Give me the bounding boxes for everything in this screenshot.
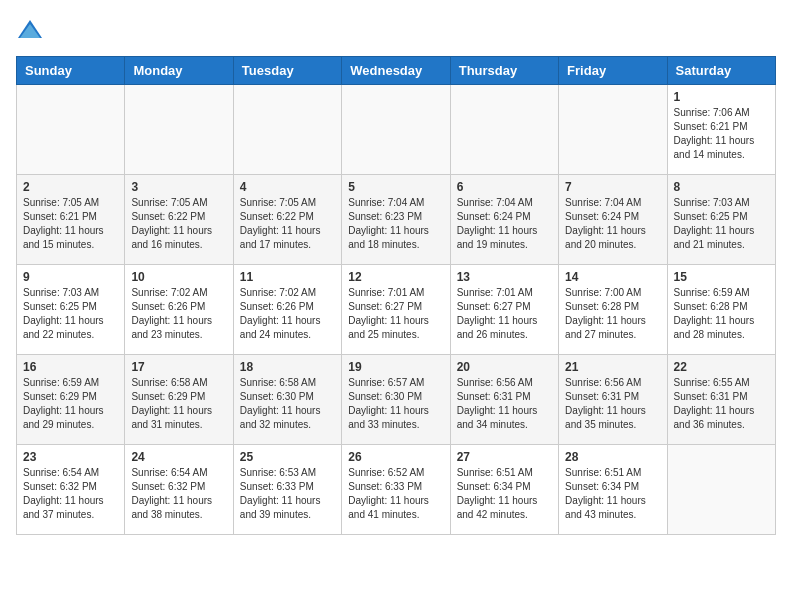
calendar-cell: 13Sunrise: 7:01 AM Sunset: 6:27 PM Dayli… xyxy=(450,265,558,355)
day-number: 3 xyxy=(131,180,226,194)
day-info: Sunrise: 7:01 AM Sunset: 6:27 PM Dayligh… xyxy=(348,286,443,342)
calendar-cell: 7Sunrise: 7:04 AM Sunset: 6:24 PM Daylig… xyxy=(559,175,667,265)
day-number: 19 xyxy=(348,360,443,374)
day-info: Sunrise: 6:54 AM Sunset: 6:32 PM Dayligh… xyxy=(23,466,118,522)
day-header-saturday: Saturday xyxy=(667,57,775,85)
calendar-cell xyxy=(125,85,233,175)
calendar-cell: 11Sunrise: 7:02 AM Sunset: 6:26 PM Dayli… xyxy=(233,265,341,355)
calendar-week-row: 1Sunrise: 7:06 AM Sunset: 6:21 PM Daylig… xyxy=(17,85,776,175)
calendar-cell: 6Sunrise: 7:04 AM Sunset: 6:24 PM Daylig… xyxy=(450,175,558,265)
day-info: Sunrise: 7:03 AM Sunset: 6:25 PM Dayligh… xyxy=(23,286,118,342)
logo-icon xyxy=(16,16,44,44)
day-info: Sunrise: 6:51 AM Sunset: 6:34 PM Dayligh… xyxy=(457,466,552,522)
day-number: 24 xyxy=(131,450,226,464)
day-info: Sunrise: 6:51 AM Sunset: 6:34 PM Dayligh… xyxy=(565,466,660,522)
calendar-cell: 10Sunrise: 7:02 AM Sunset: 6:26 PM Dayli… xyxy=(125,265,233,355)
calendar-table: SundayMondayTuesdayWednesdayThursdayFrid… xyxy=(16,56,776,535)
day-number: 4 xyxy=(240,180,335,194)
calendar-week-row: 16Sunrise: 6:59 AM Sunset: 6:29 PM Dayli… xyxy=(17,355,776,445)
calendar-week-row: 2Sunrise: 7:05 AM Sunset: 6:21 PM Daylig… xyxy=(17,175,776,265)
day-number: 9 xyxy=(23,270,118,284)
day-number: 8 xyxy=(674,180,769,194)
day-number: 2 xyxy=(23,180,118,194)
day-number: 20 xyxy=(457,360,552,374)
day-info: Sunrise: 6:53 AM Sunset: 6:33 PM Dayligh… xyxy=(240,466,335,522)
day-number: 26 xyxy=(348,450,443,464)
day-info: Sunrise: 6:55 AM Sunset: 6:31 PM Dayligh… xyxy=(674,376,769,432)
day-number: 27 xyxy=(457,450,552,464)
calendar-cell: 4Sunrise: 7:05 AM Sunset: 6:22 PM Daylig… xyxy=(233,175,341,265)
day-number: 16 xyxy=(23,360,118,374)
day-number: 23 xyxy=(23,450,118,464)
day-header-sunday: Sunday xyxy=(17,57,125,85)
day-info: Sunrise: 7:05 AM Sunset: 6:21 PM Dayligh… xyxy=(23,196,118,252)
day-info: Sunrise: 7:00 AM Sunset: 6:28 PM Dayligh… xyxy=(565,286,660,342)
day-number: 25 xyxy=(240,450,335,464)
day-info: Sunrise: 7:01 AM Sunset: 6:27 PM Dayligh… xyxy=(457,286,552,342)
day-number: 14 xyxy=(565,270,660,284)
day-info: Sunrise: 6:57 AM Sunset: 6:30 PM Dayligh… xyxy=(348,376,443,432)
day-number: 11 xyxy=(240,270,335,284)
calendar-cell: 3Sunrise: 7:05 AM Sunset: 6:22 PM Daylig… xyxy=(125,175,233,265)
day-number: 10 xyxy=(131,270,226,284)
calendar-cell: 16Sunrise: 6:59 AM Sunset: 6:29 PM Dayli… xyxy=(17,355,125,445)
day-info: Sunrise: 7:03 AM Sunset: 6:25 PM Dayligh… xyxy=(674,196,769,252)
calendar-cell xyxy=(17,85,125,175)
day-number: 17 xyxy=(131,360,226,374)
day-number: 13 xyxy=(457,270,552,284)
calendar-cell xyxy=(342,85,450,175)
calendar-week-row: 23Sunrise: 6:54 AM Sunset: 6:32 PM Dayli… xyxy=(17,445,776,535)
calendar-cell: 24Sunrise: 6:54 AM Sunset: 6:32 PM Dayli… xyxy=(125,445,233,535)
day-info: Sunrise: 6:59 AM Sunset: 6:28 PM Dayligh… xyxy=(674,286,769,342)
day-number: 18 xyxy=(240,360,335,374)
day-header-thursday: Thursday xyxy=(450,57,558,85)
calendar-cell xyxy=(667,445,775,535)
logo xyxy=(16,16,48,44)
day-info: Sunrise: 7:02 AM Sunset: 6:26 PM Dayligh… xyxy=(131,286,226,342)
day-info: Sunrise: 7:04 AM Sunset: 6:23 PM Dayligh… xyxy=(348,196,443,252)
day-header-monday: Monday xyxy=(125,57,233,85)
day-info: Sunrise: 6:58 AM Sunset: 6:30 PM Dayligh… xyxy=(240,376,335,432)
calendar-cell xyxy=(559,85,667,175)
day-info: Sunrise: 6:54 AM Sunset: 6:32 PM Dayligh… xyxy=(131,466,226,522)
day-info: Sunrise: 7:04 AM Sunset: 6:24 PM Dayligh… xyxy=(565,196,660,252)
day-info: Sunrise: 6:56 AM Sunset: 6:31 PM Dayligh… xyxy=(457,376,552,432)
day-info: Sunrise: 7:05 AM Sunset: 6:22 PM Dayligh… xyxy=(240,196,335,252)
day-info: Sunrise: 7:04 AM Sunset: 6:24 PM Dayligh… xyxy=(457,196,552,252)
calendar-cell: 17Sunrise: 6:58 AM Sunset: 6:29 PM Dayli… xyxy=(125,355,233,445)
calendar-cell: 9Sunrise: 7:03 AM Sunset: 6:25 PM Daylig… xyxy=(17,265,125,355)
calendar-cell: 23Sunrise: 6:54 AM Sunset: 6:32 PM Dayli… xyxy=(17,445,125,535)
day-info: Sunrise: 7:05 AM Sunset: 6:22 PM Dayligh… xyxy=(131,196,226,252)
day-info: Sunrise: 6:52 AM Sunset: 6:33 PM Dayligh… xyxy=(348,466,443,522)
calendar-cell: 22Sunrise: 6:55 AM Sunset: 6:31 PM Dayli… xyxy=(667,355,775,445)
day-info: Sunrise: 6:58 AM Sunset: 6:29 PM Dayligh… xyxy=(131,376,226,432)
day-number: 22 xyxy=(674,360,769,374)
day-info: Sunrise: 6:59 AM Sunset: 6:29 PM Dayligh… xyxy=(23,376,118,432)
calendar-header-row: SundayMondayTuesdayWednesdayThursdayFrid… xyxy=(17,57,776,85)
day-number: 7 xyxy=(565,180,660,194)
calendar-cell xyxy=(450,85,558,175)
calendar-cell: 26Sunrise: 6:52 AM Sunset: 6:33 PM Dayli… xyxy=(342,445,450,535)
day-header-friday: Friday xyxy=(559,57,667,85)
calendar-cell: 5Sunrise: 7:04 AM Sunset: 6:23 PM Daylig… xyxy=(342,175,450,265)
calendar-week-row: 9Sunrise: 7:03 AM Sunset: 6:25 PM Daylig… xyxy=(17,265,776,355)
calendar-cell: 8Sunrise: 7:03 AM Sunset: 6:25 PM Daylig… xyxy=(667,175,775,265)
page-header xyxy=(16,16,776,44)
calendar-cell xyxy=(233,85,341,175)
calendar-cell: 27Sunrise: 6:51 AM Sunset: 6:34 PM Dayli… xyxy=(450,445,558,535)
calendar-cell: 20Sunrise: 6:56 AM Sunset: 6:31 PM Dayli… xyxy=(450,355,558,445)
calendar-cell: 25Sunrise: 6:53 AM Sunset: 6:33 PM Dayli… xyxy=(233,445,341,535)
calendar-cell: 1Sunrise: 7:06 AM Sunset: 6:21 PM Daylig… xyxy=(667,85,775,175)
day-info: Sunrise: 7:02 AM Sunset: 6:26 PM Dayligh… xyxy=(240,286,335,342)
day-number: 5 xyxy=(348,180,443,194)
day-header-wednesday: Wednesday xyxy=(342,57,450,85)
calendar-cell: 28Sunrise: 6:51 AM Sunset: 6:34 PM Dayli… xyxy=(559,445,667,535)
day-number: 1 xyxy=(674,90,769,104)
day-number: 12 xyxy=(348,270,443,284)
day-header-tuesday: Tuesday xyxy=(233,57,341,85)
day-number: 21 xyxy=(565,360,660,374)
calendar-cell: 2Sunrise: 7:05 AM Sunset: 6:21 PM Daylig… xyxy=(17,175,125,265)
day-info: Sunrise: 7:06 AM Sunset: 6:21 PM Dayligh… xyxy=(674,106,769,162)
calendar-cell: 19Sunrise: 6:57 AM Sunset: 6:30 PM Dayli… xyxy=(342,355,450,445)
day-info: Sunrise: 6:56 AM Sunset: 6:31 PM Dayligh… xyxy=(565,376,660,432)
